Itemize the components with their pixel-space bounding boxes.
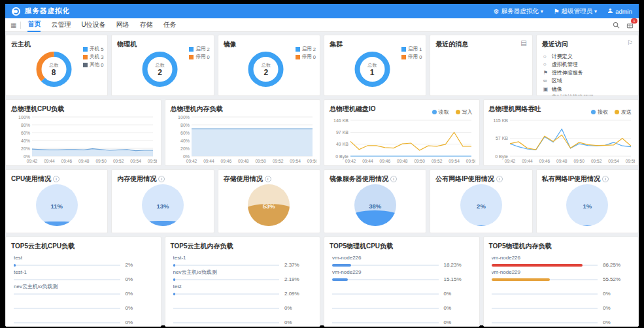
item-icon: ⊙ (543, 94, 549, 96)
svg-text:09:52: 09:52 (590, 159, 602, 163)
bar-track (173, 308, 280, 309)
menu-bar: ▦ 首页 云管理 U位设备 网络 存储 任务 1 (5, 18, 639, 32)
svg-text:09:52: 09:52 (272, 159, 283, 163)
recent-visit-link[interactable]: ⊙实时监控策略管理 (543, 93, 632, 97)
bar-label: vm-node226 (332, 255, 471, 261)
info-icon[interactable]: i (496, 176, 503, 182)
role-dropdown[interactable]: ⚑ 超级管理员 ▾ (554, 7, 597, 16)
recent-visit-link[interactable]: ○虚拟机管理 (543, 61, 632, 69)
bar-label: test (14, 255, 153, 261)
top5-bar-row: 0% (492, 298, 631, 312)
svg-text:60%: 60% (21, 131, 30, 135)
legend-item[interactable]: 停用 0 (296, 54, 316, 60)
total-value: 2 (158, 69, 162, 76)
bar-fill (173, 278, 176, 281)
legend-item[interactable]: 读取 (432, 108, 449, 116)
tab-home[interactable]: 首页 (27, 18, 41, 32)
top5-bar-row: test 2% (14, 255, 153, 269)
bar-label (332, 312, 471, 318)
legend-item[interactable]: 停用 0 (189, 54, 209, 60)
svg-text:40%: 40% (21, 139, 30, 143)
card-title: 最近的消息 (430, 35, 532, 49)
search-icon[interactable] (613, 22, 620, 29)
legend-item[interactable]: 停用 0 (401, 54, 422, 60)
legend-item[interactable]: 关机 3 (83, 54, 103, 60)
apps-grid-icon[interactable]: ▦ (10, 22, 16, 29)
svg-text:09:50: 09:50 (255, 159, 266, 163)
svg-text:80%: 80% (21, 123, 30, 127)
pin-icon[interactable]: ⚐ (627, 39, 633, 46)
legend-item[interactable]: 启用 1 (401, 46, 422, 52)
bar-track (492, 322, 598, 323)
tab-storage[interactable]: 存储 (140, 18, 153, 31)
bar-value: 55.52% (603, 276, 630, 282)
bar-value: 0% (126, 320, 153, 325)
product-switcher-dropdown[interactable]: ⚙ 服务器虚拟化 ▾ (494, 7, 543, 16)
gauge-value: 11% (50, 203, 63, 210)
svg-text:09:50: 09:50 (573, 159, 585, 163)
card-title: TOP5云主机内存负载 (165, 237, 320, 251)
svg-text:49 KB: 49 KB (336, 142, 348, 146)
svg-text:09:50: 09:50 (95, 159, 107, 163)
chart-legend: 读取 写入 (426, 108, 473, 116)
card-top5-0: TOP5云主机CPU负载 test 2% test-1 0% nev云主机io负… (5, 237, 161, 327)
recent-visit-link[interactable]: ⚑弹性伸缩服务 (543, 69, 632, 77)
card-cloud-hosts: 云主机 开机 5 关机 3 其他 0 总数8 (5, 35, 108, 96)
bar-fill (492, 264, 583, 267)
card-top5-2: TOP5物理机CPU负载 vm-node226 18.23% vm-node22… (324, 237, 480, 327)
legend-item[interactable]: 接收 (591, 108, 608, 116)
svg-text:09:48: 09:48 (397, 159, 408, 163)
bar-label (14, 298, 153, 304)
legend-item[interactable]: 其他 0 (83, 61, 103, 68)
card-recent-visits: 最近访问 ⚐ ○计费定义 ○虚拟机管理 ⚑弹性伸缩服务 ∞区域 ▣镜像 ⊙实时监… (536, 35, 639, 96)
bar-label (14, 312, 153, 318)
legend-item[interactable]: 启用 2 (189, 46, 209, 52)
svg-text:09:42: 09:42 (345, 159, 356, 163)
svg-text:09:50: 09:50 (414, 159, 425, 163)
svg-text:100%: 100% (178, 115, 190, 120)
top5-bar-row: test-1 2.37% (173, 255, 313, 269)
card-title: TOP5云主机CPU负载 (6, 237, 161, 251)
top5-bar-row: 0% (14, 298, 153, 312)
bar-fill (173, 264, 176, 267)
recent-visit-link[interactable]: ∞区域 (543, 77, 632, 86)
top5-bar-row: test 2.09% (173, 284, 313, 298)
dashboard-content: 云主机 开机 5 关机 3 其他 0 总数8 物理机 启用 2 停用 0 总数2 (5, 32, 639, 327)
user-menu[interactable]: admin (607, 8, 632, 15)
legend-item[interactable]: 写入 (456, 108, 473, 116)
svg-text:09:42: 09:42 (186, 159, 197, 163)
bar-track (14, 265, 120, 266)
gauge-value: 2% (477, 203, 486, 210)
gauge-value: 53% (263, 203, 275, 210)
legend-item[interactable]: 发送 (615, 108, 632, 116)
svg-text:09:56: 09:56 (148, 159, 157, 163)
legend-item[interactable]: 启用 2 (296, 46, 316, 52)
card-title: TOP5物理机内存负载 (484, 237, 639, 251)
info-icon[interactable]: i (158, 176, 165, 182)
svg-text:09:44: 09:44 (362, 159, 373, 163)
bar-label: vm-node229 (492, 269, 631, 275)
chevron-down-icon: ▾ (594, 8, 597, 14)
recent-visit-link[interactable]: ○计费定义 (543, 52, 632, 61)
notifications-icon[interactable]: 1 (626, 22, 634, 29)
card-title: 公有网络IP使用情况 (435, 175, 494, 182)
chevron-down-icon: ▾ (541, 8, 543, 14)
item-icon: ∞ (543, 78, 549, 84)
message-list-icon[interactable]: ▤ (520, 39, 526, 46)
svg-text:40%: 40% (180, 139, 189, 143)
bar-track (332, 279, 439, 280)
card-recent-messages: 最近的消息 ▤ (430, 35, 532, 96)
tab-u-devices[interactable]: U位设备 (81, 18, 105, 31)
bar-track (173, 322, 280, 323)
info-icon[interactable]: i (602, 176, 609, 182)
legend-item[interactable]: 开机 5 (83, 46, 103, 52)
info-icon[interactable]: i (265, 176, 271, 182)
tab-tasks[interactable]: 任务 (163, 18, 177, 31)
user-icon (607, 8, 613, 15)
svg-text:09:46: 09:46 (539, 159, 550, 163)
tab-cloud-management[interactable]: 云管理 (51, 18, 71, 31)
recent-visit-link[interactable]: ▣镜像 (543, 85, 632, 93)
info-icon[interactable]: i (53, 176, 59, 182)
tab-network[interactable]: 网络 (116, 18, 129, 31)
info-icon[interactable]: i (390, 176, 397, 182)
